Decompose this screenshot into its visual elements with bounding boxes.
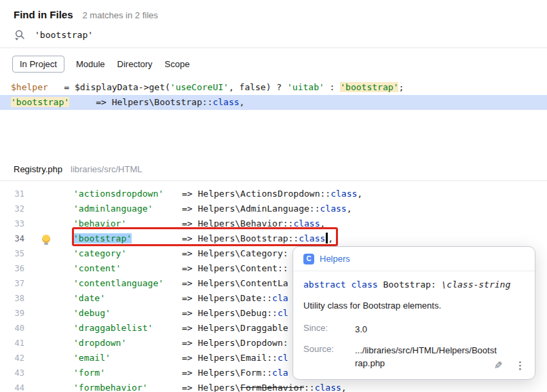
gutter-icon-area: [24, 187, 68, 201]
array-key-text: 'actionsdropdown': [73, 189, 164, 199]
arrow-operator: =>: [182, 338, 197, 348]
code-token: class: [299, 233, 325, 243]
gutter-icon-area: [24, 261, 68, 276]
array-key: 'adminlanguage': [73, 201, 182, 216]
search-query[interactable]: 'bootstrap': [35, 30, 93, 40]
array-key-text: 'email': [73, 353, 111, 363]
preview-file-path: libraries/src/HTML: [71, 164, 142, 174]
code-token: Helpers\Draggable: [197, 323, 288, 333]
arrow-operator: =>: [182, 263, 197, 273]
array-key: 'actionsdropdown': [73, 187, 182, 201]
array-key: 'content': [73, 261, 182, 276]
code-token: Helpers\Bootstrap::: [197, 233, 299, 243]
array-key: 'date': [73, 291, 182, 306]
arrow-operator: =>: [182, 293, 197, 303]
gutter-icon-area: [24, 306, 68, 321]
code-text: 'draggablelist'=> Helpers\Draggable: [68, 321, 288, 336]
doc-declaration: abstract class Bootstrap: \class-string: [293, 271, 535, 290]
arrow-operator: =>: [182, 248, 197, 258]
scope-tab-directory[interactable]: Directory: [117, 56, 153, 73]
line-number: 43: [0, 366, 24, 380]
line-number: 34: [0, 231, 24, 246]
code-token: = $displayData->get(: [48, 82, 170, 92]
code-text: 'behavior'=> Helpers\Behavior::class,: [68, 216, 325, 231]
class-icon: [303, 254, 314, 264]
code-text: 'content'=> Helpers\Content::: [68, 261, 288, 276]
code-token: ,: [320, 218, 326, 229]
code-token: Helpers\Date::: [197, 293, 272, 303]
editor-line[interactable]: 34'bootstrap'=> Helpers\Bootstrap::class…: [0, 231, 547, 246]
arrow-operator: =>: [182, 383, 197, 392]
scope-tab-in-project[interactable]: In Project: [12, 56, 64, 73]
gutter-icon-area: [24, 276, 68, 291]
namespace-link[interactable]: Helpers: [320, 254, 350, 264]
array-key-text: 'draggablelist': [73, 323, 153, 333]
line-number: 38: [0, 291, 24, 306]
line-number: 33: [0, 216, 24, 231]
array-key-text: 'debug': [73, 308, 111, 318]
doc-field-label: Source:: [303, 344, 343, 370]
code-token: class: [331, 189, 357, 199]
doc-description: Utility class for Bootstrap elements.: [293, 290, 535, 312]
line-number: 39: [0, 306, 24, 321]
search-icon[interactable]: [14, 29, 26, 41]
line-number: 40: [0, 321, 24, 336]
array-key: 'behavior': [73, 216, 182, 231]
arrow-operator: =>: [182, 203, 197, 214]
gutter-icon-area: [24, 366, 68, 380]
scope-tabs: In ProjectModuleDirectoryScope: [0, 48, 547, 79]
match-summary: 2 matches in 2 files: [83, 10, 158, 20]
results-list: $helper = $displayData->get('useCoreUI',…: [0, 80, 547, 110]
array-key: 'form': [73, 366, 182, 380]
code-token: Helpers\Behavior::: [197, 218, 293, 229]
array-key-text: 'bootstrap': [73, 233, 132, 243]
editor-line[interactable]: 33'behavior'=> Helpers\Behavior::class,: [0, 216, 547, 231]
doc-field-value: 3.0: [355, 323, 497, 336]
dialog-titlebar: Find in Files 2 matches in 2 files: [0, 0, 547, 22]
array-key-text: 'dropdown': [73, 338, 126, 348]
code-token: 'bootstrap': [340, 82, 398, 92]
more-options-icon[interactable]: [515, 359, 525, 372]
code-token: cl: [278, 308, 288, 318]
scope-tab-module[interactable]: Module: [75, 56, 106, 73]
line-number: 32: [0, 201, 24, 216]
arrow-operator: =>: [182, 189, 197, 199]
code-token: Bootstrap:: [378, 279, 442, 290]
editor-line[interactable]: 32'adminlanguage'=> Helpers\AdminLanguag…: [0, 201, 547, 216]
gutter-icon-area: [24, 231, 68, 246]
code-token: class: [212, 97, 239, 107]
scope-tab-scope[interactable]: Scope: [164, 56, 191, 73]
code-text: 'dropdown'=> Helpers\Dropdown:: [68, 336, 288, 351]
code-token: \class-string: [442, 279, 511, 290]
find-in-files-window: Find in Files 2 matches in 2 files 'boot…: [0, 0, 547, 392]
arrow-operator: =>: [182, 233, 197, 243]
code-token: :: [324, 82, 340, 92]
code-token: Helpers\Category:: [197, 248, 288, 258]
result-row[interactable]: $helper = $displayData->get('useCoreUI',…: [0, 80, 547, 95]
line-number: 35: [0, 246, 24, 261]
doc-field-value: .../libraries/src/HTML/Helpers/Bootstrap…: [355, 344, 497, 370]
arrow-operator: =>: [182, 323, 197, 333]
code-token: ,: [341, 383, 347, 392]
search-field[interactable]: 'bootstrap': [0, 22, 547, 48]
code-text: 'actionsdropdown'=> Helpers\ActionsDropd…: [68, 187, 362, 201]
array-key-text: 'form': [73, 368, 105, 378]
code-token: Helpers\Content::: [197, 263, 288, 273]
array-key-text: 'date': [73, 293, 105, 303]
arrow-operator: =>: [182, 218, 197, 229]
lightbulb-icon[interactable]: [42, 235, 50, 243]
array-key-text: 'content': [73, 263, 121, 273]
code-token: class: [315, 383, 341, 392]
editor-line[interactable]: 44'formbehavior'=> Helpers\FormBehavior:…: [0, 380, 547, 392]
gutter-icon-area: [24, 351, 68, 366]
code-text: 'contentlanguage'=> Helpers\ContentLa: [68, 276, 288, 291]
code-token: cla: [272, 293, 288, 303]
line-number: 44: [0, 380, 24, 392]
result-row[interactable]: 'bootstrap' => Helpers\Bootstrap::class,: [0, 95, 547, 110]
code-text: 'formbehavior'=> Helpers\FormBehavior::c…: [68, 380, 347, 392]
editor-line[interactable]: 31'actionsdropdown'=> Helpers\ActionsDro…: [0, 187, 547, 201]
gutter-icon-area: [24, 380, 68, 392]
code-token: ;: [398, 82, 404, 92]
array-key: 'bootstrap': [73, 231, 182, 246]
edit-pencil-icon[interactable]: [494, 359, 503, 372]
